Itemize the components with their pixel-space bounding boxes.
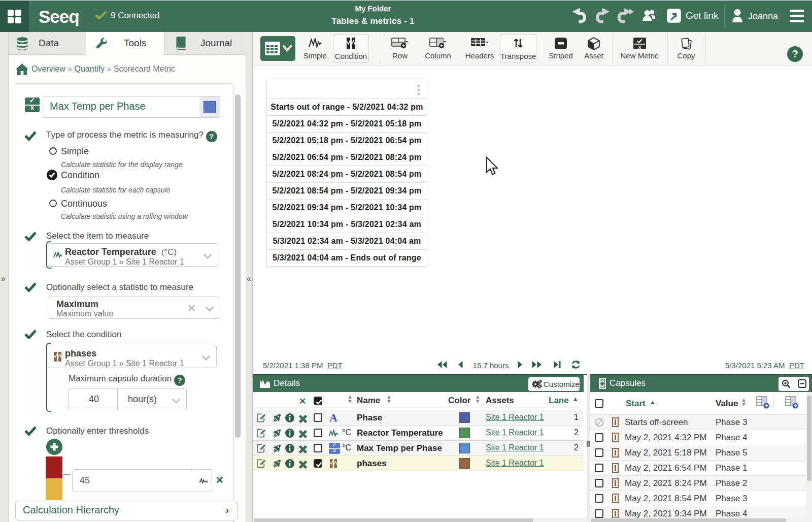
svg-text:x: x: [638, 44, 641, 50]
